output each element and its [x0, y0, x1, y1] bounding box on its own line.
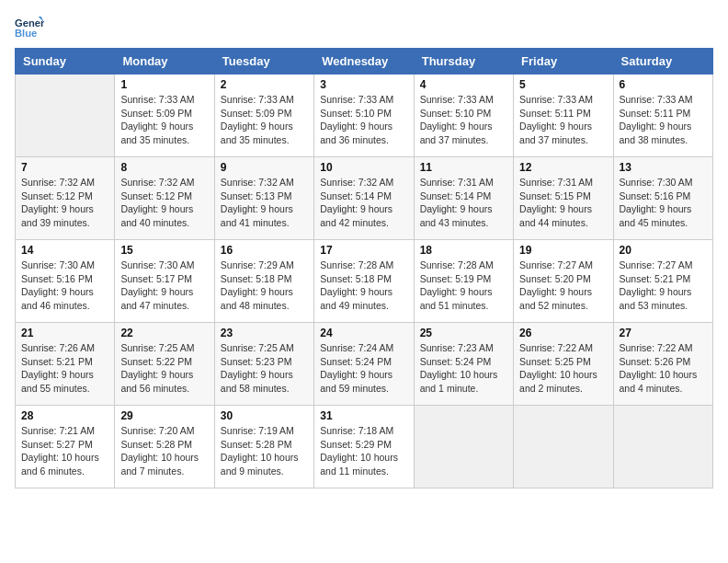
calendar-cell: 31Sunrise: 7:18 AMSunset: 5:29 PMDayligh…	[314, 406, 414, 488]
day-info: Sunrise: 7:33 AMSunset: 5:09 PMDaylight:…	[120, 93, 208, 147]
day-number: 8	[120, 161, 208, 174]
day-info: Sunrise: 7:33 AMSunset: 5:09 PMDaylight:…	[221, 93, 308, 147]
page-header: General Blue	[15, 15, 713, 40]
calendar-week-row: 14Sunrise: 7:30 AMSunset: 5:16 PMDayligh…	[16, 240, 713, 323]
calendar-cell	[613, 406, 712, 488]
day-number: 30	[221, 409, 308, 422]
col-thursday: Thursday	[414, 49, 513, 75]
day-info: Sunrise: 7:20 AMSunset: 5:28 PMDaylight:…	[120, 424, 208, 478]
day-number: 20	[620, 244, 707, 257]
day-number: 4	[420, 78, 507, 91]
day-info: Sunrise: 7:24 AMSunset: 5:24 PMDaylight:…	[320, 341, 407, 396]
day-number: 6	[620, 78, 707, 91]
calendar-cell: 6Sunrise: 7:33 AMSunset: 5:11 PMDaylight…	[613, 75, 712, 157]
day-info: Sunrise: 7:30 AMSunset: 5:17 PMDaylight:…	[120, 259, 208, 313]
calendar-cell: 18Sunrise: 7:28 AMSunset: 5:19 PMDayligh…	[414, 240, 513, 323]
calendar-cell: 25Sunrise: 7:23 AMSunset: 5:24 PMDayligh…	[414, 323, 513, 406]
day-number: 3	[320, 78, 407, 91]
calendar-cell: 9Sunrise: 7:32 AMSunset: 5:13 PMDaylight…	[214, 157, 313, 240]
day-info: Sunrise: 7:32 AMSunset: 5:14 PMDaylight:…	[320, 176, 407, 230]
day-number: 26	[519, 327, 607, 339]
day-number: 31	[320, 409, 407, 422]
calendar-week-row: 1Sunrise: 7:33 AMSunset: 5:09 PMDaylight…	[16, 75, 713, 157]
day-info: Sunrise: 7:23 AMSunset: 5:24 PMDaylight:…	[420, 341, 507, 396]
day-info: Sunrise: 7:18 AMSunset: 5:29 PMDaylight:…	[320, 424, 407, 478]
col-wednesday: Wednesday	[314, 49, 414, 75]
day-info: Sunrise: 7:25 AMSunset: 5:22 PMDaylight:…	[120, 341, 208, 396]
calendar-cell: 23Sunrise: 7:25 AMSunset: 5:23 PMDayligh…	[214, 323, 313, 406]
day-number: 21	[21, 327, 108, 339]
day-info: Sunrise: 7:31 AMSunset: 5:15 PMDaylight:…	[519, 176, 607, 230]
calendar-cell: 20Sunrise: 7:27 AMSunset: 5:21 PMDayligh…	[613, 240, 712, 323]
calendar-week-row: 28Sunrise: 7:21 AMSunset: 5:27 PMDayligh…	[16, 406, 713, 488]
calendar-week-row: 21Sunrise: 7:26 AMSunset: 5:21 PMDayligh…	[16, 323, 713, 406]
day-info: Sunrise: 7:21 AMSunset: 5:27 PMDaylight:…	[21, 424, 108, 478]
calendar-week-row: 7Sunrise: 7:32 AMSunset: 5:12 PMDaylight…	[16, 157, 713, 240]
day-info: Sunrise: 7:31 AMSunset: 5:14 PMDaylight:…	[420, 176, 507, 230]
calendar-cell: 13Sunrise: 7:30 AMSunset: 5:16 PMDayligh…	[613, 157, 712, 240]
calendar-cell: 2Sunrise: 7:33 AMSunset: 5:09 PMDaylight…	[214, 75, 313, 157]
day-number: 14	[21, 244, 108, 257]
calendar-cell: 14Sunrise: 7:30 AMSunset: 5:16 PMDayligh…	[16, 240, 115, 323]
day-number: 16	[221, 244, 308, 257]
calendar-cell: 21Sunrise: 7:26 AMSunset: 5:21 PMDayligh…	[16, 323, 115, 406]
day-number: 27	[620, 327, 707, 339]
day-number: 22	[120, 327, 208, 339]
calendar-cell: 30Sunrise: 7:19 AMSunset: 5:28 PMDayligh…	[214, 406, 313, 488]
day-info: Sunrise: 7:19 AMSunset: 5:28 PMDaylight:…	[221, 424, 308, 478]
svg-text:General: General	[15, 17, 44, 29]
day-info: Sunrise: 7:32 AMSunset: 5:13 PMDaylight:…	[221, 176, 308, 230]
calendar-cell: 15Sunrise: 7:30 AMSunset: 5:17 PMDayligh…	[115, 240, 214, 323]
day-info: Sunrise: 7:22 AMSunset: 5:26 PMDaylight:…	[620, 341, 707, 396]
calendar-cell	[414, 406, 513, 488]
calendar-cell: 7Sunrise: 7:32 AMSunset: 5:12 PMDaylight…	[16, 157, 115, 240]
logo-icon: General Blue	[15, 15, 44, 40]
day-info: Sunrise: 7:30 AMSunset: 5:16 PMDaylight:…	[21, 259, 108, 313]
col-monday: Monday	[115, 49, 214, 75]
svg-text:Blue: Blue	[15, 28, 37, 39]
day-info: Sunrise: 7:33 AMSunset: 5:10 PMDaylight:…	[320, 93, 407, 147]
calendar-cell: 16Sunrise: 7:29 AMSunset: 5:18 PMDayligh…	[214, 240, 313, 323]
day-info: Sunrise: 7:32 AMSunset: 5:12 PMDaylight:…	[21, 176, 108, 230]
day-number: 5	[519, 78, 607, 91]
calendar-cell: 27Sunrise: 7:22 AMSunset: 5:26 PMDayligh…	[613, 323, 712, 406]
day-number: 13	[620, 161, 707, 174]
calendar-cell: 4Sunrise: 7:33 AMSunset: 5:10 PMDaylight…	[414, 75, 513, 157]
day-number: 18	[420, 244, 507, 257]
day-info: Sunrise: 7:26 AMSunset: 5:21 PMDaylight:…	[21, 341, 108, 396]
calendar-cell: 29Sunrise: 7:20 AMSunset: 5:28 PMDayligh…	[115, 406, 214, 488]
calendar-cell: 26Sunrise: 7:22 AMSunset: 5:25 PMDayligh…	[514, 323, 613, 406]
logo: General Blue	[15, 15, 51, 40]
calendar-cell: 5Sunrise: 7:33 AMSunset: 5:11 PMDaylight…	[514, 75, 613, 157]
calendar-cell: 24Sunrise: 7:24 AMSunset: 5:24 PMDayligh…	[314, 323, 414, 406]
day-number: 11	[420, 161, 507, 174]
day-number: 7	[21, 161, 108, 174]
day-info: Sunrise: 7:28 AMSunset: 5:18 PMDaylight:…	[320, 259, 407, 313]
day-info: Sunrise: 7:25 AMSunset: 5:23 PMDaylight:…	[221, 341, 308, 396]
day-info: Sunrise: 7:30 AMSunset: 5:16 PMDaylight:…	[620, 176, 707, 230]
calendar-cell: 10Sunrise: 7:32 AMSunset: 5:14 PMDayligh…	[314, 157, 414, 240]
day-info: Sunrise: 7:32 AMSunset: 5:12 PMDaylight:…	[120, 176, 208, 230]
calendar-cell: 1Sunrise: 7:33 AMSunset: 5:09 PMDaylight…	[115, 75, 214, 157]
day-info: Sunrise: 7:33 AMSunset: 5:11 PMDaylight:…	[620, 93, 707, 147]
calendar-cell: 8Sunrise: 7:32 AMSunset: 5:12 PMDaylight…	[115, 157, 214, 240]
day-number: 24	[320, 327, 407, 339]
calendar-cell: 12Sunrise: 7:31 AMSunset: 5:15 PMDayligh…	[514, 157, 613, 240]
calendar-cell: 19Sunrise: 7:27 AMSunset: 5:20 PMDayligh…	[514, 240, 613, 323]
calendar-cell: 28Sunrise: 7:21 AMSunset: 5:27 PMDayligh…	[16, 406, 115, 488]
day-number: 12	[519, 161, 607, 174]
col-tuesday: Tuesday	[214, 49, 313, 75]
day-number: 9	[221, 161, 308, 174]
day-number: 10	[320, 161, 407, 174]
day-info: Sunrise: 7:33 AMSunset: 5:10 PMDaylight:…	[420, 93, 507, 147]
day-number: 28	[21, 409, 108, 422]
day-number: 19	[519, 244, 607, 257]
day-info: Sunrise: 7:29 AMSunset: 5:18 PMDaylight:…	[221, 259, 308, 313]
day-number: 2	[221, 78, 308, 91]
calendar-cell: 22Sunrise: 7:25 AMSunset: 5:22 PMDayligh…	[115, 323, 214, 406]
day-info: Sunrise: 7:28 AMSunset: 5:19 PMDaylight:…	[420, 259, 507, 313]
calendar-cell: 11Sunrise: 7:31 AMSunset: 5:14 PMDayligh…	[414, 157, 513, 240]
col-friday: Friday	[514, 49, 613, 75]
calendar-header-row: Sunday Monday Tuesday Wednesday Thursday…	[16, 49, 713, 75]
col-saturday: Saturday	[613, 49, 712, 75]
